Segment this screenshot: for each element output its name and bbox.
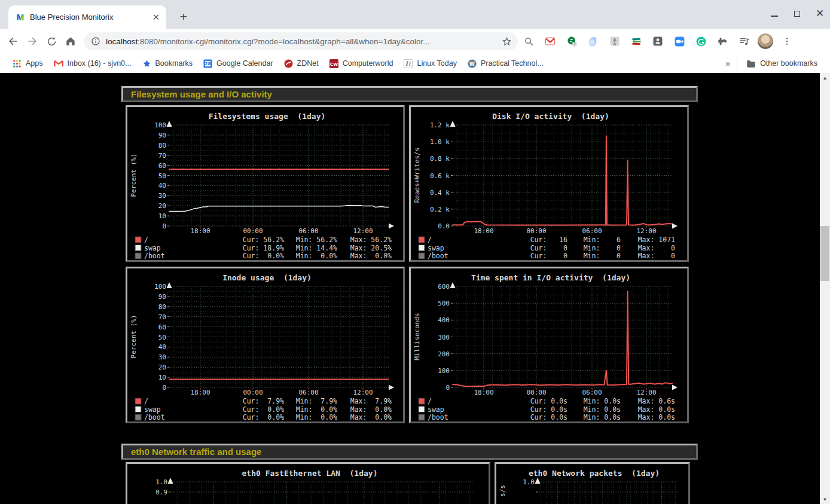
scroll-up-button[interactable]: ▲ <box>820 73 830 83</box>
svg-text:1.2 k: 1.2 k <box>430 121 450 129</box>
rrd-graph[interactable]: 1.0eth0 Network packets (1day)s/sRRDTOOL… <box>496 464 690 504</box>
svg-text:100: 100 <box>154 283 166 291</box>
svg-text:Cur: 0.0s: Cur: 0.0s <box>530 405 567 414</box>
computerworld-icon: CW <box>329 59 338 68</box>
svg-text:0.0: 0.0 <box>438 222 450 230</box>
profile-avatar[interactable] <box>755 32 776 50</box>
search-extension-icon[interactable] <box>518 32 539 50</box>
svg-text:20: 20 <box>158 202 166 210</box>
chart-filesystems-usage[interactable]: 010203040506070809010018:0000:0006:0012:… <box>126 105 405 262</box>
new-tab-button[interactable]: + <box>176 9 191 25</box>
reload-icon <box>46 36 57 47</box>
svg-text:0.4 k: 0.4 k <box>430 189 450 197</box>
section-header-filesystem: Filesystem usage and I/O activity <box>121 86 698 102</box>
svg-text:1.0: 1.0 <box>523 478 535 486</box>
bookmarks-bar: Apps Inbox (16) - sjvn0... Bookmarks 28 … <box>0 54 830 73</box>
bookmark-apps[interactable]: Apps <box>7 56 48 71</box>
svg-text:400: 400 <box>438 316 450 324</box>
svg-text:/boot: /boot <box>428 413 448 421</box>
chrome-menu-button[interactable] <box>776 32 798 50</box>
chart-eth0-packets[interactable]: 1.0eth0 Network packets (1day)s/sRRDTOOL… <box>495 462 690 504</box>
chart-inode-usage[interactable]: 010203040506070809010018:0000:0006:0012:… <box>126 267 405 423</box>
library-books-extension-icon[interactable] <box>625 32 647 50</box>
window-maximize-button[interactable] <box>793 10 801 18</box>
svg-text:Time spent in I/O activity (1: Time spent in I/O activity (1day) <box>471 273 630 282</box>
chart-eth0-lan[interactable]: 1.00.9eth0 FastEthernet LAN (1day)RRDTOO… <box>126 462 490 504</box>
svg-text:Max: 1071: Max: 1071 <box>638 236 675 244</box>
svg-text:40: 40 <box>158 343 166 351</box>
svg-text:30: 30 <box>158 353 166 361</box>
svg-text:500: 500 <box>438 300 450 307</box>
gmail-extension-icon[interactable] <box>539 32 561 50</box>
svg-text:10: 10 <box>158 212 166 220</box>
home-button[interactable] <box>61 32 80 51</box>
back-button[interactable] <box>4 32 23 51</box>
forward-button[interactable] <box>23 32 42 51</box>
rrd-graph[interactable]: 010020030040050060018:0000:0006:0012:00T… <box>411 268 689 423</box>
rrd-graph[interactable]: 010203040506070809010018:0000:0006:0012:… <box>127 107 405 262</box>
bookmark-zdnet[interactable]: ZDNet <box>279 56 324 71</box>
window-minimize-button[interactable] <box>770 10 779 18</box>
url-bar[interactable]: localhost:8080/monitorix-cgi/monitorix.c… <box>84 32 518 50</box>
scrollbar-thumb[interactable] <box>820 226 829 281</box>
gmail-icon <box>54 60 63 68</box>
zoom-extension-icon[interactable] <box>669 32 690 50</box>
svg-text:Max: 0.0%: Max: 0.0% <box>350 252 392 260</box>
bookmark-inbox[interactable]: Inbox (16) - sjvn0... <box>48 56 137 71</box>
svg-text:70: 70 <box>158 152 166 160</box>
chart-time-io-activity[interactable]: 010020030040050060018:0000:0006:0012:00T… <box>409 267 689 423</box>
bookmark-google-calendar[interactable]: 28 Google Calendar <box>198 56 279 71</box>
bookmark-bookmarks[interactable]: Bookmarks <box>137 56 199 71</box>
chart-disk-io-activity[interactable]: 0.00.2 k0.4 k0.6 k0.8 k1.0 k1.2 k18:0000… <box>409 105 689 262</box>
bookmark-practical-technology[interactable]: W Practical Technol... <box>462 56 549 71</box>
bookmark-label: Bookmarks <box>155 59 193 68</box>
rrd-graph[interactable]: 010203040506070809010018:0000:0006:0012:… <box>127 268 405 423</box>
forward-arrow-icon <box>26 35 38 47</box>
svg-text:s/s: s/s <box>499 485 506 497</box>
page-info-icon[interactable] <box>91 36 100 46</box>
svg-text:90: 90 <box>158 293 166 301</box>
bookmark-linux-today[interactable]: lt Linux Today <box>398 56 462 71</box>
bookmark-star-icon[interactable] <box>502 36 512 47</box>
section-header-eth0: eth0 Network traffic and usage <box>121 444 698 460</box>
url-text[interactable]: localhost:8080/monitorix-cgi/monitorix.c… <box>106 37 496 46</box>
scroll-down-button[interactable]: ▼ <box>820 494 830 504</box>
svg-text:60: 60 <box>158 323 166 331</box>
accessibility-extension-icon[interactable] <box>604 32 625 50</box>
svg-text:Max: 20.5%: Max: 20.5% <box>350 244 392 252</box>
svg-text:50: 50 <box>158 334 166 341</box>
reload-button[interactable] <box>42 32 61 51</box>
star-icon <box>142 59 151 68</box>
svg-text:M: M <box>17 13 25 22</box>
svg-text:80: 80 <box>158 142 166 149</box>
svg-text:Min: 0.0%: Min: 0.0% <box>296 413 337 421</box>
grammarly-extension-icon[interactable] <box>690 32 712 50</box>
bookmark-label: Google Calendar <box>216 59 273 68</box>
rrd-graph[interactable]: 0.00.2 k0.4 k0.6 k0.8 k1.0 k1.2 k18:0000… <box>411 107 689 262</box>
rrd-graph[interactable]: 1.00.9eth0 FastEthernet LAN (1day)RRDTOO… <box>127 464 490 504</box>
svg-text:Min: 0.0s: Min: 0.0s <box>584 405 621 414</box>
browser-tab[interactable]: M Blue Precision Monitorix ✕ <box>8 5 166 29</box>
bookmarks-overflow-chevron[interactable]: » <box>722 59 733 68</box>
svg-text:30: 30 <box>158 192 166 200</box>
svg-text:Cur: 0.0s: Cur: 0.0s <box>530 397 567 405</box>
svg-text:swap: swap <box>428 244 444 252</box>
other-bookmarks[interactable]: Other bookmarks <box>741 56 823 71</box>
bookmark-computerworld[interactable]: CW Computerworld <box>324 56 399 71</box>
svg-text:RRDTOOL / TOBI OETIKER: RRDTOOL / TOBI OETIKER <box>687 470 690 504</box>
pocket-extension-icon[interactable] <box>647 32 669 50</box>
svg-text:0.9: 0.9 <box>155 488 167 496</box>
tab-close-icon[interactable]: ✕ <box>151 12 161 23</box>
bookmark-label: Linux Today <box>417 59 457 68</box>
svg-text:Filesystems usage (1day): Filesystems usage (1day) <box>209 112 326 121</box>
voice-extension-icon[interactable]: ? <box>561 32 582 50</box>
svg-text:RRDTOOL / TOBI OETIKER: RRDTOOL / TOBI OETIKER <box>402 113 405 188</box>
svg-text:/: / <box>144 397 148 405</box>
svg-text:1.0: 1.0 <box>155 478 167 486</box>
copy-docs-extension-icon[interactable] <box>582 32 604 50</box>
playlist-extension-icon[interactable] <box>733 32 755 50</box>
kebab-menu-icon <box>782 36 792 46</box>
window-close-button[interactable]: ✕ <box>816 10 824 18</box>
extensions-puzzle-icon[interactable] <box>712 32 733 50</box>
zdnet-icon <box>284 59 293 68</box>
